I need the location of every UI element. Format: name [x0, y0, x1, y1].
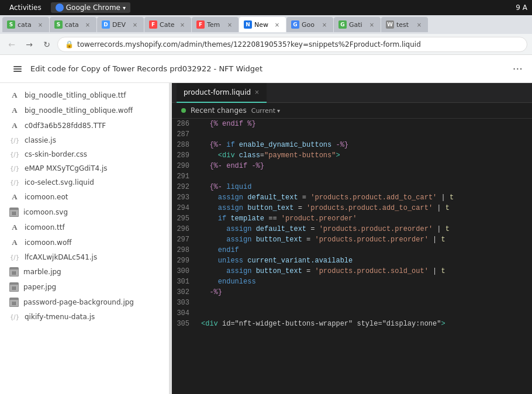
- line-number: 303: [172, 298, 196, 308]
- tab-close-tab8[interactable]: ×: [368, 20, 376, 29]
- sidebar-item[interactable]: {/}qikify-tmenu-data.js: [0, 310, 169, 324]
- tab-close-tab1[interactable]: ×: [36, 20, 44, 29]
- tab-close-tab4[interactable]: ×: [178, 20, 186, 29]
- browser-tab-tab6[interactable]: NNew×: [239, 17, 286, 32]
- file-label: ico-select.svg.liquid: [25, 178, 94, 186]
- current-badge[interactable]: Current ▾: [251, 107, 280, 115]
- browser-tab-tab8[interactable]: GGati×: [334, 17, 381, 32]
- table-row: 299 unless current_variant.available: [172, 255, 532, 266]
- line-number: 294: [172, 203, 196, 213]
- file-icon: A: [9, 238, 20, 247]
- table-row: 303: [172, 298, 532, 308]
- activities-menu[interactable]: Activities: [5, 4, 46, 12]
- line-content[interactable]: assign default_text = 'products.product.…: [196, 192, 532, 203]
- chrome-chevron[interactable]: ▾: [123, 5, 126, 11]
- tab-favicon-tab8: G: [338, 20, 347, 29]
- line-content[interactable]: unless current_variant.available: [196, 255, 532, 266]
- sidebar-item[interactable]: Aicomoon.eot: [0, 189, 169, 205]
- editor-tab-close-button[interactable]: ×: [254, 89, 259, 95]
- line-content[interactable]: assign button_text = 'products.product.p…: [196, 234, 532, 245]
- tab-favicon-tab3: D: [102, 20, 110, 29]
- file-icon: A: [9, 223, 20, 232]
- line-content[interactable]: {%- endif -%}: [196, 161, 532, 171]
- recent-changes-bar: Recent changes Current ▾: [172, 103, 532, 119]
- line-content[interactable]: {%- liquid: [196, 182, 532, 192]
- table-row: 286 {% endif %}: [172, 119, 532, 129]
- line-number: 301: [172, 277, 196, 287]
- line-content[interactable]: endunless: [196, 277, 532, 287]
- sidebar-toggle-button[interactable]: [9, 61, 26, 77]
- recent-changes-label: Recent changes: [191, 106, 247, 115]
- line-content[interactable]: -%}: [196, 287, 532, 298]
- current-badge-chevron: ▾: [277, 108, 280, 114]
- sidebar-item[interactable]: Abig_noodle_titling_oblique.woff: [0, 103, 169, 118]
- address-bar[interactable]: 🔒 towerrecords.myshopify.com/admin/theme…: [57, 37, 527, 52]
- line-content[interactable]: assign button_text = 'products.product.a…: [196, 203, 532, 213]
- forward-button[interactable]: →: [22, 37, 36, 51]
- table-row: 305<div id="nft-widget-buttons-wrapper" …: [172, 319, 532, 329]
- browser-tab-tab7[interactable]: GGoo×: [286, 17, 333, 32]
- browser-tab-tab5[interactable]: FTem×: [192, 17, 239, 32]
- tab-close-tab2[interactable]: ×: [84, 20, 92, 29]
- tab-close-tab9[interactable]: ×: [415, 20, 423, 29]
- sidebar-item[interactable]: {/}cs-skin-border.css: [0, 147, 169, 161]
- tab-close-tab5[interactable]: ×: [226, 20, 234, 29]
- svg-rect-1: [13, 68, 22, 70]
- tab-label-tab9: test: [396, 21, 413, 29]
- svg-rect-0: [13, 66, 22, 67]
- sidebar-item[interactable]: {/}eMAP MXSyTCgGdiT4.js: [0, 161, 169, 175]
- tab-favicon-tab5: F: [196, 20, 205, 29]
- tab-favicon-tab1: S: [7, 20, 15, 29]
- line-content[interactable]: [196, 308, 532, 319]
- sidebar-item[interactable]: ▤marble.jpg: [0, 264, 169, 279]
- browser-tab-tab9[interactable]: Wtest×: [381, 17, 428, 32]
- line-content[interactable]: {% endif %}: [196, 119, 532, 129]
- line-content[interactable]: <div class="payment-buttons">: [196, 150, 532, 161]
- line-number: 302: [172, 287, 196, 298]
- sidebar-item[interactable]: ▤password-page-background.jpg: [0, 295, 169, 310]
- line-content[interactable]: [196, 129, 532, 140]
- sidebar-item[interactable]: ▤icomoon.svg: [0, 205, 169, 220]
- sidebar-item[interactable]: Ac0df3a6b528fdd85.TTF: [0, 118, 169, 133]
- line-number: 290: [172, 161, 196, 171]
- chrome-icon: [56, 4, 64, 12]
- file-label: icomoon.eot: [25, 193, 68, 201]
- tab-close-tab6[interactable]: ×: [273, 20, 281, 29]
- back-button[interactable]: ←: [5, 37, 19, 51]
- table-row: 304: [172, 308, 532, 319]
- line-content[interactable]: assign button_text = 'products.product.s…: [196, 266, 532, 277]
- sidebar-item[interactable]: ▤paper.jpg: [0, 279, 169, 295]
- browser-tab-tab1[interactable]: Scata×: [2, 17, 49, 32]
- line-content[interactable]: [196, 298, 532, 308]
- sidebar-item[interactable]: {/}ico-select.svg.liquid: [0, 175, 169, 189]
- line-content[interactable]: endif: [196, 245, 532, 255]
- sidebar-item[interactable]: Aicomoon.woff: [0, 235, 169, 250]
- line-content[interactable]: <div id="nft-widget-buttons-wrapper" sty…: [196, 319, 532, 329]
- browser-tab-tab4[interactable]: FCate×: [144, 17, 191, 32]
- line-content[interactable]: [196, 171, 532, 182]
- editor-tab-bar: product-form.liquid ×: [172, 83, 532, 103]
- editor-tab-product-form[interactable]: product-form.liquid ×: [177, 83, 267, 103]
- tab-close-tab7[interactable]: ×: [320, 20, 329, 29]
- file-icon: {/}: [9, 254, 20, 261]
- line-content[interactable]: if template == 'product.preorder': [196, 213, 532, 224]
- line-content[interactable]: assign default_text = 'products.product.…: [196, 224, 532, 234]
- tab-label-tab4: Cate: [160, 21, 176, 29]
- sidebar-item[interactable]: {/}classie.js: [0, 133, 169, 147]
- line-content[interactable]: {%- if enable_dynamic_buttons -%}: [196, 140, 532, 150]
- sidebar-item[interactable]: Abig_noodle_titling_oblique.ttf: [0, 88, 169, 103]
- more-options-button[interactable]: ···: [513, 63, 523, 75]
- code-editor[interactable]: 286 {% endif %}287 288 {%- if enable_dyn…: [172, 119, 532, 394]
- browser-tab-tab3[interactable]: DDEV×: [97, 17, 144, 32]
- sidebar-item[interactable]: {/}lfcAXLwjkDALc541.js: [0, 250, 169, 264]
- file-label: icomoon.svg: [23, 208, 68, 216]
- browser-tab-tab2[interactable]: Scata×: [50, 17, 96, 32]
- sidebar-item[interactable]: Aicomoon.ttf: [0, 220, 169, 235]
- file-icon: A: [9, 106, 20, 115]
- url-text: towerrecords.myshopify.com/admin/themes/…: [77, 40, 421, 49]
- tab-close-tab3[interactable]: ×: [131, 20, 139, 29]
- time-display: 9 A: [516, 4, 527, 12]
- lock-icon: 🔒: [65, 40, 74, 49]
- tab-favicon-tab9: W: [386, 20, 394, 29]
- refresh-button[interactable]: ↻: [40, 37, 54, 51]
